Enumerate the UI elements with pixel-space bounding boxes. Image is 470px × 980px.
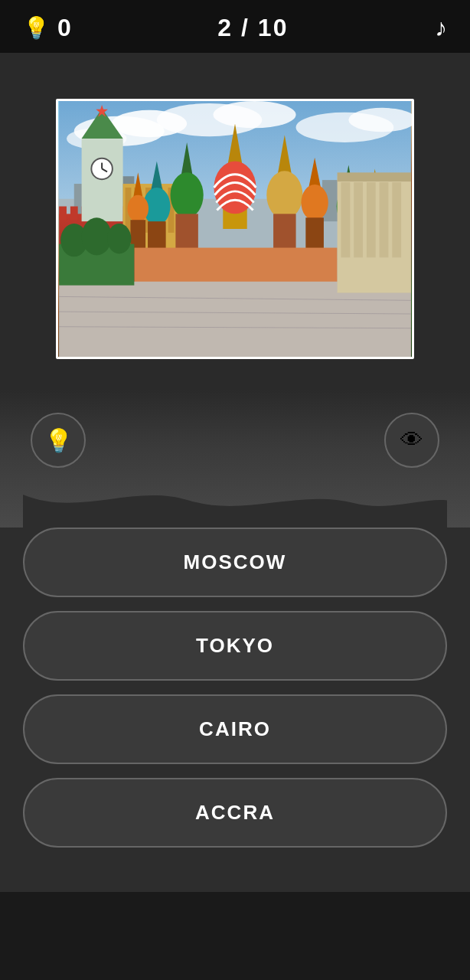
- music-icon[interactable]: ♪: [435, 14, 447, 42]
- answer-button-moscow[interactable]: MOSCOW: [23, 528, 447, 597]
- svg-rect-72: [367, 182, 376, 257]
- image-area: [0, 53, 470, 390]
- svg-rect-74: [392, 182, 401, 257]
- wave-divider: [23, 483, 447, 529]
- top-bar: 💡 0 2 / 10 ♪: [0, 0, 470, 53]
- svg-point-5: [214, 101, 296, 128]
- svg-point-62: [128, 195, 149, 222]
- hint-buttons-row: 💡 👁: [23, 405, 447, 483]
- progress-indicator: 2 / 10: [217, 14, 288, 42]
- city-image: [56, 99, 414, 359]
- answer-button-cairo[interactable]: CAIRO: [23, 694, 447, 764]
- answer-button-accra[interactable]: ACCRA: [23, 778, 447, 848]
- svg-rect-64: [134, 248, 337, 286]
- svg-rect-15: [59, 207, 67, 220]
- svg-rect-16: [70, 207, 78, 220]
- answers-section: MOSCOW TOKYO CAIRO ACCRA: [0, 528, 470, 892]
- score-area: 💡 0: [23, 14, 71, 42]
- svg-rect-70: [341, 182, 351, 257]
- svg-rect-27: [82, 139, 123, 221]
- hint-bulb-button[interactable]: 💡: [31, 413, 86, 468]
- middle-section: 💡 👁: [0, 390, 470, 529]
- svg-point-78: [82, 217, 112, 255]
- hint-eye-button[interactable]: 👁: [384, 413, 439, 468]
- svg-point-44: [171, 172, 204, 217]
- answer-button-tokyo[interactable]: TOKYO: [23, 611, 447, 681]
- svg-rect-75: [338, 172, 411, 181]
- city-illustration: [58, 101, 412, 357]
- svg-point-79: [107, 224, 131, 253]
- bulb-score-icon: 💡: [23, 15, 50, 41]
- svg-point-53: [301, 185, 328, 220]
- svg-rect-73: [380, 182, 389, 257]
- score-value: 0: [57, 14, 71, 42]
- svg-rect-71: [354, 182, 363, 257]
- svg-point-47: [266, 171, 302, 219]
